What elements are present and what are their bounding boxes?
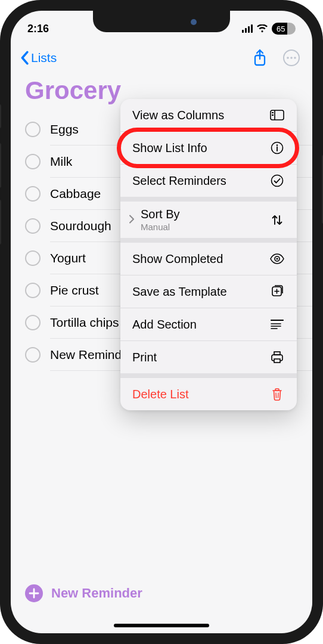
new-reminder-button[interactable]: New Reminder [11,578,312,614]
svg-point-14 [276,258,278,259]
menu-add-section[interactable]: Add Section [120,308,297,341]
menu-label: Delete List [132,388,189,401]
section-icon [269,317,285,332]
print-icon [269,349,285,365]
checkbox[interactable] [25,315,41,330]
chevron-left-icon [19,51,30,65]
menu-label: Show List Info [132,141,207,155]
svg-point-10 [277,144,278,146]
context-menu: View as Columns Show List Info Select Re… [120,99,297,410]
svg-point-2 [287,57,289,59]
trash-icon [269,386,285,402]
checkbox[interactable] [25,122,41,137]
menu-delete-list[interactable]: Delete List [120,378,297,410]
nav-bar: Lists [11,44,312,74]
menu-sort-by[interactable]: Sort By Manual [120,202,297,238]
svg-line-27 [278,393,279,398]
phone-frame: 2:16 65 Lists [0,0,323,644]
svg-point-12 [272,175,283,187]
status-time: 2:16 [27,23,49,35]
svg-rect-24 [274,359,280,363]
columns-icon [269,107,285,123]
menu-show-list-info[interactable]: Show List Info [120,132,297,165]
screen: 2:16 65 Lists [11,11,312,633]
menu-label: Show Completed [132,252,223,266]
checkbox[interactable] [25,186,41,202]
more-icon[interactable] [282,49,300,67]
checkbox[interactable] [25,154,41,169]
cellular-signal-icon [242,24,253,33]
menu-save-template[interactable]: Save as Template [120,275,297,308]
share-icon[interactable] [253,49,267,67]
battery-icon: 65 [272,23,296,35]
menu-label: Print [132,351,157,364]
svg-rect-8 [272,114,274,116]
menu-label: Sort By [141,208,180,221]
eye-icon [269,251,285,267]
plus-circle-icon [25,584,43,602]
menu-select-reminders[interactable]: Select Reminders [120,165,297,197]
select-icon [269,173,285,188]
svg-rect-25 [275,389,279,391]
notch [93,11,230,32]
back-button[interactable]: Lists [19,51,57,65]
back-label: Lists [31,51,57,65]
chevron-right-icon [129,213,135,227]
menu-label: Save as Template [132,285,227,299]
template-icon [269,284,285,299]
menu-print[interactable]: Print [120,341,297,373]
svg-rect-23 [274,352,280,355]
info-icon [269,140,285,156]
checkbox[interactable] [25,250,41,266]
home-indicator[interactable] [114,624,209,627]
svg-rect-7 [272,112,274,113]
menu-sub-label: Manual [141,222,180,232]
checkbox[interactable] [25,347,41,363]
svg-line-26 [276,393,277,398]
checkbox[interactable] [25,283,41,298]
wifi-icon [256,24,268,33]
new-reminder-label: New Reminder [51,586,142,601]
menu-label: View as Columns [132,109,224,122]
svg-point-3 [290,57,293,59]
checkbox[interactable] [25,218,41,234]
menu-label: Select Reminders [132,174,226,188]
menu-label: Add Section [132,318,197,332]
svg-point-4 [294,57,296,59]
menu-view-columns[interactable]: View as Columns [120,99,297,132]
sort-arrows-icon [269,212,285,228]
menu-show-completed[interactable]: Show Completed [120,243,297,275]
